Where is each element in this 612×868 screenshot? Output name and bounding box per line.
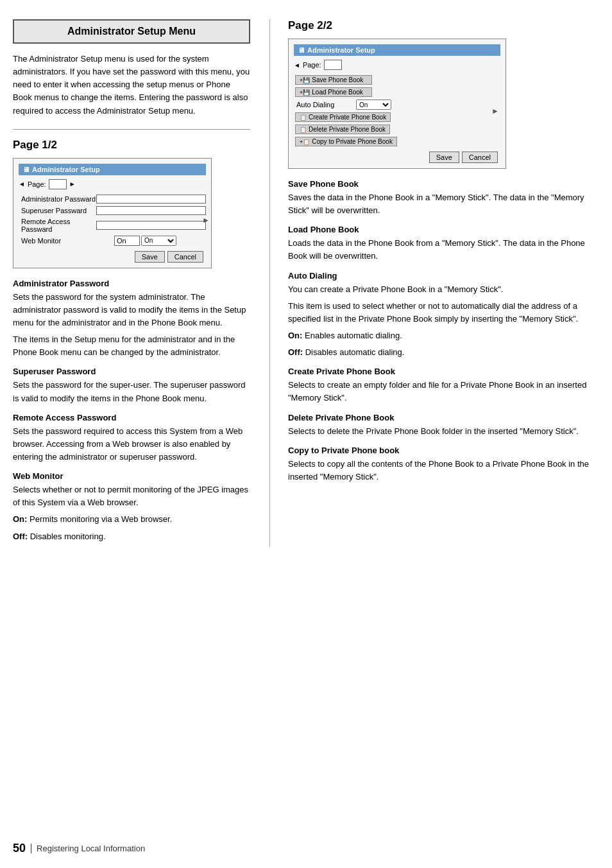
load-phone-book-text: Loads the data in the Phone Book from a … — [288, 237, 599, 263]
auto-dialing-text-2: This item is used to select whether or n… — [288, 300, 599, 326]
page-footer: 50 Registering Local Information — [13, 842, 145, 855]
auto-dialing-off: Off: Disables automatic dialing. — [288, 346, 599, 359]
create-private-phonebook-button[interactable]: 📋 Create Private Phone Book — [295, 112, 391, 122]
panel2-delete-privatepb-row: 📋 Delete Private Phone Book — [294, 125, 494, 134]
field-web-monitor: Web Monitor On On Off — [19, 236, 206, 246]
admin-password-text-1: Sets the password for the system adminis… — [13, 291, 250, 329]
nav-left-arrow[interactable]: ◄ — [19, 180, 25, 187]
load-phone-book-button[interactable]: +💾 Load Phone Book — [295, 87, 372, 97]
auto-dialing-heading: Auto Dialing — [288, 271, 599, 281]
section-web-monitor: Web Monitor Selects whether or not to pe… — [13, 471, 250, 543]
page1-heading: Page 1/2 — [13, 139, 250, 152]
remote-access-text: Sets the password required to access thi… — [13, 425, 250, 464]
admin-password-input[interactable] — [96, 195, 206, 204]
remote-access-heading: Remote Access Password — [13, 413, 250, 422]
page-footer-label: Registering Local Information — [31, 844, 145, 853]
section-title: Administrator Setup Menu — [13, 19, 250, 44]
section-load-phone-book: Load Phone Book Loads the data in the Ph… — [288, 225, 599, 263]
auto-dialing-on: On: Enables automatic dialing. — [288, 329, 599, 342]
auto-dialing-text-1: You can create a Private Phone Book in a… — [288, 283, 599, 296]
field-admin-password: Administrator Passward — [19, 195, 206, 204]
nav-right-arrow[interactable]: ► — [69, 180, 76, 187]
auto-dialing-on-text: Enables automatic dialing. — [305, 331, 402, 340]
panel2-create-privatepb-row: 📋 Create Private Phone Book — [294, 112, 494, 122]
field-superuser-password: Superuser Passward — [19, 206, 206, 215]
page-number: 50 — [13, 842, 26, 855]
copy-private-pb-heading: Copy to Private Phone book — [288, 446, 599, 455]
right-column: Page 2/2 🖥 Administrator Setup ◄ Page: 2… — [269, 19, 599, 547]
left-column: Administrator Setup Menu The Administrat… — [13, 19, 250, 547]
page2-nav: ◄ Page: 2/2 — [294, 60, 500, 70]
auto-dialing-off-text: Disables automatic dialing. — [305, 347, 405, 357]
web-monitor-heading: Web Monitor — [13, 471, 250, 481]
section-copy-to-private-phone-book: Copy to Private Phone book Selects to co… — [288, 446, 599, 483]
divider-1 — [13, 129, 250, 130]
panel2-cancel-button[interactable]: Cancel — [462, 152, 498, 163]
field-remote-access-password: Remote Access Passward — [19, 218, 206, 233]
remote-access-input[interactable] — [96, 221, 206, 230]
page1-nav-input[interactable]: 1/2 — [49, 179, 67, 189]
create-icon: 📋 — [300, 114, 307, 121]
auto-dialing-dropdown[interactable]: On Off — [356, 100, 391, 110]
section-superuser-password: Superuser Password Sets the password for… — [13, 367, 250, 404]
web-monitor-on-label: On: — [13, 514, 27, 524]
section-save-phone-book: Save Phone Book Saves the data in the Ph… — [288, 179, 599, 217]
copy-to-private-phonebook-button[interactable]: +📋 Copy to Private Phone Book — [295, 137, 397, 146]
monitor2-icon: 🖥 — [298, 46, 305, 54]
auto-dialing-on-label: On: — [288, 331, 302, 340]
section-create-private-phone-book: Create Private Phone Book Selects to cre… — [288, 367, 599, 404]
section-admin-password: Administrator Password Sets the password… — [13, 279, 250, 360]
page1-ui-panel: 🖥 Administrator Setup ◄ Page: 1/2 ► Admi… — [13, 158, 212, 268]
page1-nav: ◄ Page: 1/2 ► — [19, 179, 206, 189]
superuser-password-heading: Superuser Password — [13, 367, 250, 376]
panel1-title: 🖥 Administrator Setup — [19, 164, 206, 175]
panel2-buttons: Save Cancel — [294, 152, 500, 163]
page2-heading: Page 2/2 — [288, 19, 599, 32]
superuser-password-text: Sets the password for the super-user. Th… — [13, 379, 250, 404]
panel2-save-phonebook-row: +💾 Save Phone Book — [294, 75, 494, 85]
delete-private-pb-heading: Delete Private Phone Book — [288, 413, 599, 422]
web-monitor-off: Off: Disables monitoring. — [13, 530, 250, 543]
admin-password-text-2: The items in the Setup menu for the admi… — [13, 333, 250, 359]
load-icon: +💾 — [300, 89, 310, 96]
delete-icon: 📋 — [300, 126, 307, 133]
web-monitor-text: Selects whether or not to permit monitor… — [13, 483, 250, 509]
admin-password-heading: Administrator Password — [13, 279, 250, 288]
create-private-pb-text: Selects to create an empty folder and fi… — [288, 379, 599, 404]
scroll2-right-indicator: ► — [491, 107, 499, 116]
web-monitor-on: On: Permits monitoring via a Web browser… — [13, 513, 250, 526]
scroll-right-indicator: ► — [202, 216, 210, 225]
web-monitor-off-label: Off: — [13, 532, 28, 541]
page2-ui-panel: 🖥 Administrator Setup ◄ Page: 2/2 +💾 Sav… — [288, 39, 506, 169]
copy-private-pb-text: Selects to copy all the contents of the … — [288, 458, 599, 483]
panel2-auto-dialing-row: Auto Dialing On Off — [294, 100, 494, 110]
web-monitor-select[interactable]: On On Off — [114, 236, 176, 246]
web-monitor-on-text: Permits monitoring via a Web browser. — [30, 514, 172, 524]
panel2-load-phonebook-row: +💾 Load Phone Book — [294, 87, 494, 97]
panel2-title: 🖥 Administrator Setup — [294, 44, 500, 56]
save-phone-book-heading: Save Phone Book — [288, 179, 599, 189]
panel1-buttons: Save Cancel — [19, 251, 206, 263]
copy-icon: +📋 — [300, 139, 310, 145]
delete-private-phonebook-button[interactable]: 📋 Delete Private Phone Book — [295, 125, 390, 134]
intro-text: The Administrator Setup menu is used for… — [13, 53, 250, 117]
create-private-pb-heading: Create Private Phone Book — [288, 367, 599, 376]
load-phone-book-heading: Load Phone Book — [288, 225, 599, 234]
save-phone-book-button[interactable]: +💾 Save Phone Book — [295, 75, 372, 85]
web-monitor-off-text: Disables monitoring. — [30, 532, 106, 541]
auto-dialing-off-label: Off: — [288, 347, 303, 357]
section-remote-access: Remote Access Password Sets the password… — [13, 413, 250, 464]
save-icon: +💾 — [300, 77, 310, 83]
panel1-cancel-button[interactable]: Cancel — [167, 251, 203, 263]
panel2-save-button[interactable]: Save — [429, 152, 459, 163]
section-auto-dialing: Auto Dialing You can create a Private Ph… — [288, 271, 599, 360]
section-delete-private-phone-book: Delete Private Phone Book Selects to del… — [288, 413, 599, 438]
page2-nav-input[interactable]: 2/2 — [324, 60, 342, 70]
delete-private-pb-text: Selects to delete the Private Phone Book… — [288, 425, 599, 438]
nav2-left-arrow[interactable]: ◄ — [294, 62, 300, 69]
web-monitor-dropdown[interactable]: On Off — [141, 236, 176, 246]
panel2-copy-privatepb-row: +📋 Copy to Private Phone Book — [294, 137, 494, 146]
superuser-password-input[interactable] — [96, 206, 206, 215]
panel1-save-button[interactable]: Save — [135, 251, 165, 263]
save-phone-book-text: Saves the data in the Phone Book in a "M… — [288, 191, 599, 217]
